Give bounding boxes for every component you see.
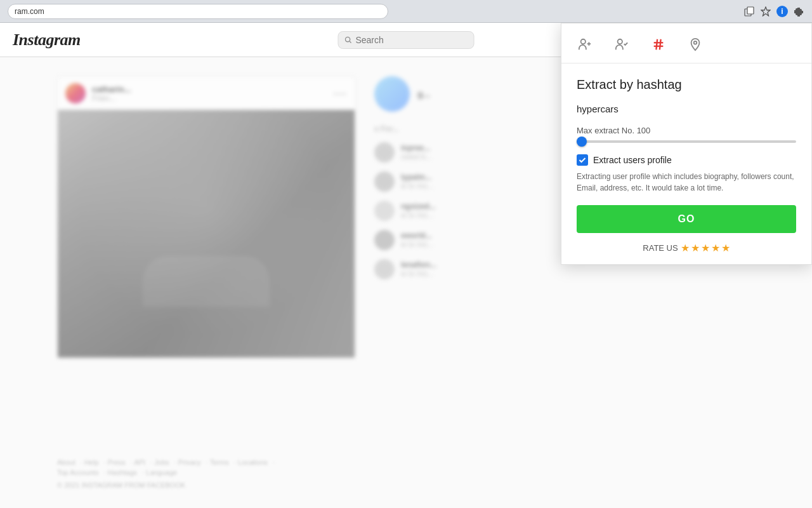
svg-line-11 bbox=[656, 39, 657, 50]
footer-language: Language bbox=[146, 469, 177, 476]
suggestion-item-1: lypalm... w to Ins... bbox=[374, 171, 520, 192]
person-add-icon bbox=[578, 37, 592, 51]
footer-api: API bbox=[134, 458, 145, 466]
svg-point-3 bbox=[345, 37, 350, 41]
ig-feed: catharin... Frien... ··· bbox=[57, 76, 355, 373]
ext-content: Extract by hashtag hypercars Max extract… bbox=[561, 64, 811, 264]
info-extension-icon[interactable]: i bbox=[776, 6, 788, 17]
sug-text-4: lenafion... w to Ins... bbox=[401, 260, 436, 278]
sidebar-name: g... bbox=[417, 89, 430, 99]
sug-sub-2: w to Ins... bbox=[401, 211, 436, 220]
star-1: ★ bbox=[681, 242, 690, 254]
sidebar-profile-info: g... bbox=[417, 89, 430, 99]
footer-links: About · Help · Press · API · Jobs · Priv… bbox=[57, 458, 275, 466]
browser-icons: i bbox=[743, 6, 804, 17]
ext-max-label: Max extract No. 100 bbox=[577, 126, 796, 135]
ext-checkbox-label: Extract users profile bbox=[593, 155, 672, 165]
star-3: ★ bbox=[701, 242, 710, 254]
hashtag-icon bbox=[652, 37, 665, 51]
ext-tabs bbox=[561, 23, 811, 64]
avatar bbox=[65, 83, 86, 104]
footer-copyright: © 2021 INSTAGRAM FROM FACEBOOK bbox=[57, 481, 275, 489]
url-bar[interactable]: ram.com bbox=[8, 4, 388, 19]
ext-hashtag-value[interactable]: hypercars bbox=[577, 104, 796, 114]
ig-search[interactable] bbox=[338, 31, 475, 49]
sug-sub-3: w to Ins... bbox=[401, 240, 433, 249]
suggestion-item-3: eworld... w to Ins... bbox=[374, 230, 520, 250]
svg-line-12 bbox=[660, 39, 661, 50]
ext-slider[interactable] bbox=[577, 140, 796, 143]
sug-avatar-4 bbox=[374, 259, 395, 279]
ext-rate-row: RATE US ★ ★ ★ ★ ★ bbox=[577, 242, 796, 254]
url-text: ram.com bbox=[15, 7, 44, 16]
star-4: ★ bbox=[711, 242, 720, 254]
sug-avatar-2 bbox=[374, 201, 395, 221]
star-2: ★ bbox=[691, 242, 700, 254]
footer-locations: Locations bbox=[238, 458, 268, 466]
suggestion-item-0: inpree... owed b... bbox=[374, 142, 520, 163]
footer-about: About bbox=[57, 458, 75, 466]
post-user-info: catharin... Frien... bbox=[92, 84, 131, 103]
sug-name-4: lenafion... bbox=[401, 260, 436, 269]
sug-avatar-3 bbox=[374, 230, 395, 250]
post-image bbox=[58, 110, 355, 358]
tab-add-user[interactable] bbox=[573, 32, 597, 57]
rate-us-label: RATE US bbox=[643, 243, 678, 253]
extension-popup: Extract by hashtag hypercars Max extract… bbox=[561, 23, 812, 265]
ext-slider-thumb[interactable] bbox=[577, 137, 587, 147]
svg-point-5 bbox=[581, 39, 586, 44]
extensions-icon[interactable] bbox=[793, 6, 804, 17]
ext-stars[interactable]: ★ ★ ★ ★ ★ bbox=[681, 242, 730, 254]
tab-hashtag[interactable] bbox=[646, 32, 671, 57]
sug-text-2: ngsized... w to Ins... bbox=[401, 202, 436, 220]
footer-jobs: Jobs bbox=[154, 458, 169, 466]
post-card: catharin... Frien... ··· bbox=[57, 76, 355, 358]
footer-press: Press bbox=[108, 458, 126, 466]
post-username: catharin... bbox=[92, 84, 131, 94]
car-silhouette bbox=[143, 256, 270, 307]
ig-search-wrapper bbox=[338, 31, 475, 49]
footer-privacy: Privacy bbox=[178, 458, 201, 466]
ext-slider-wrap bbox=[577, 140, 796, 143]
sidebar-avatar bbox=[374, 76, 410, 112]
search-input[interactable] bbox=[355, 35, 467, 45]
svg-marker-2 bbox=[761, 7, 770, 16]
ext-title: Extract by hashtag bbox=[577, 77, 796, 92]
ig-logo: Instagram bbox=[13, 30, 81, 50]
person-follow-icon bbox=[615, 37, 629, 51]
ig-sidebar: g... s For... inpree... owed b... lypalm… bbox=[374, 76, 520, 373]
sug-sub-4: w to Ins... bbox=[401, 269, 436, 278]
footer-hashtags: Hashtags bbox=[108, 469, 137, 476]
post-sublabel: Frien... bbox=[92, 94, 131, 103]
go-button[interactable]: GO bbox=[577, 205, 796, 233]
svg-point-8 bbox=[618, 39, 622, 44]
tab-user-follow[interactable] bbox=[610, 32, 634, 57]
sug-avatar-0 bbox=[374, 142, 395, 163]
sug-text-0: inpree... owed b... bbox=[401, 144, 432, 161]
browser-bar: ram.com i bbox=[0, 0, 812, 23]
sug-name-0: inpree... bbox=[401, 144, 432, 152]
extract-users-checkbox[interactable] bbox=[577, 154, 588, 166]
post-header: catharin... Frien... ··· bbox=[58, 77, 355, 110]
sug-text-3: eworld... w to Ins... bbox=[401, 231, 433, 249]
copy-icon[interactable] bbox=[743, 6, 755, 17]
check-icon bbox=[579, 156, 586, 164]
ig-footer: About · Help · Press · API · Jobs · Priv… bbox=[57, 458, 275, 489]
for-label: s For... bbox=[374, 124, 520, 133]
svg-point-13 bbox=[694, 41, 697, 44]
ext-checkbox-desc: Extracting user profile which includes b… bbox=[577, 171, 796, 194]
suggestion-list: inpree... owed b... lypalm... w to Ins..… bbox=[374, 142, 520, 279]
sug-name-1: lypalm... bbox=[401, 173, 433, 182]
svg-line-4 bbox=[350, 41, 351, 43]
sug-name-3: eworld... bbox=[401, 231, 433, 240]
footer-top-accounts: Top Accounts bbox=[57, 469, 98, 476]
footer-help: Help bbox=[84, 458, 99, 466]
instagram-page: Instagram catharin... Frien... ··· bbox=[0, 23, 812, 508]
suggestion-item-2: ngsized... w to Ins... bbox=[374, 201, 520, 221]
ext-checkbox-row: Extract users profile bbox=[577, 154, 796, 166]
location-icon bbox=[688, 37, 702, 51]
sug-name-2: ngsized... bbox=[401, 202, 436, 211]
star-icon[interactable] bbox=[760, 6, 771, 17]
tab-location[interactable] bbox=[683, 32, 707, 57]
footer-terms: Terms bbox=[210, 458, 229, 466]
